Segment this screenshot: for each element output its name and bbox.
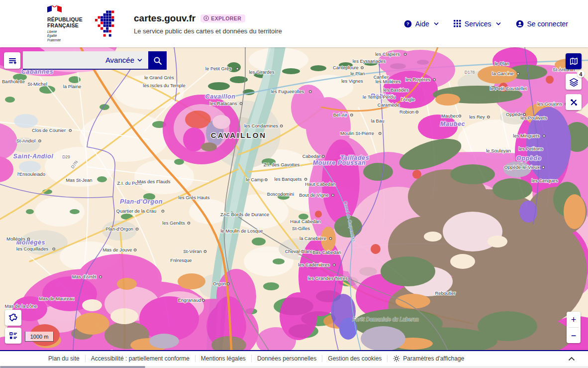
map-label: Saint-Andiol bbox=[13, 153, 54, 160]
map-label: Oppède bbox=[516, 155, 541, 162]
search-button[interactable] bbox=[148, 51, 167, 70]
zoom-control: + − bbox=[567, 312, 581, 343]
map-label: Oppède-le-Vieux bbox=[504, 164, 539, 170]
map-label: les Girardes bbox=[249, 69, 274, 75]
town-marker bbox=[53, 248, 55, 250]
town-marker bbox=[204, 250, 206, 252]
display-settings-button[interactable]: Paramètres d'affichage bbox=[393, 355, 464, 362]
footer-link[interactable]: Accessibilité : partiellement conforme bbox=[91, 355, 190, 362]
map-canvas[interactable]: CAVAILLONCabannesCavaillonSaint-AndiolPl… bbox=[0, 47, 588, 350]
site-header: RÉPUBLIQUE FRANÇAISE Liberté Égalité Fra… bbox=[0, 0, 588, 47]
republique-francaise-logo: RÉPUBLIQUE FRANÇAISE Liberté Égalité Fra… bbox=[47, 5, 86, 43]
map-label: le Plan bbox=[350, 71, 365, 76]
search-bar: Avancée bbox=[4, 51, 167, 70]
nav-aide[interactable]: ? Aide bbox=[404, 20, 439, 28]
map-label: les Fugueirolles bbox=[271, 89, 304, 94]
map-label: Clos de Counier bbox=[32, 127, 66, 133]
explorer-badge: EXPLORER bbox=[200, 14, 245, 22]
map-label: Plan-d'Orgon bbox=[120, 198, 163, 205]
footer-collapse-button[interactable] bbox=[568, 357, 575, 361]
footer: Plan du siteAccessibilité : partiellemen… bbox=[0, 350, 588, 366]
header-nav: ? Aide Services bbox=[404, 20, 568, 28]
town-marker bbox=[304, 178, 306, 180]
map-label: la Canebière bbox=[299, 236, 326, 241]
footer-link[interactable]: Gestion des cookies bbox=[328, 355, 382, 362]
map-label: la Garcine bbox=[492, 71, 513, 76]
search-icon bbox=[153, 56, 162, 65]
map-label: la Plaine bbox=[63, 84, 81, 89]
zoom-out-button[interactable]: − bbox=[567, 328, 581, 343]
map-label: Mas de Jouve bbox=[102, 247, 132, 252]
map-label: Plan-d'Orgon bbox=[105, 226, 133, 232]
map-label: D29 bbox=[62, 154, 70, 159]
town-marker bbox=[517, 73, 519, 75]
town-marker bbox=[542, 166, 544, 168]
town-marker bbox=[459, 115, 461, 117]
map-label: Z.I. des Gavottes bbox=[264, 162, 300, 167]
scale-bar: 1000 m bbox=[25, 332, 54, 342]
map-label: les Vignes bbox=[341, 78, 363, 84]
town-marker bbox=[99, 276, 101, 278]
map-label: Reboutier bbox=[435, 290, 455, 296]
map-label: Boscodomini bbox=[267, 191, 294, 197]
town-marker bbox=[69, 129, 71, 131]
map-label: les Petitons bbox=[518, 146, 543, 151]
legend-button[interactable] bbox=[5, 328, 21, 344]
sun-icon bbox=[393, 355, 400, 362]
nav-se-connecter[interactable]: Se connecter bbox=[516, 20, 569, 28]
footer-link[interactable]: Mentions légales bbox=[201, 355, 246, 362]
map-label: les Royères bbox=[405, 77, 430, 82]
map-label: le Grand Grès bbox=[144, 75, 174, 80]
map-label: Bartholette bbox=[2, 79, 25, 84]
tools-button[interactable] bbox=[566, 94, 582, 110]
town-marker bbox=[202, 299, 204, 301]
zoom-in-button[interactable]: + bbox=[567, 312, 581, 327]
chevron-up-icon bbox=[568, 357, 575, 361]
nav-services[interactable]: Services bbox=[454, 20, 501, 28]
map-label: les Goujons bbox=[537, 101, 562, 107]
map-label: le Camp bbox=[246, 177, 263, 182]
town-marker bbox=[361, 67, 363, 69]
scrollbar-thumb[interactable] bbox=[0, 366, 145, 368]
layers-button[interactable]: 4 bbox=[566, 74, 582, 90]
footer-separator bbox=[251, 355, 252, 362]
map-tool-column: 4 bbox=[566, 53, 582, 110]
site-title: cartes.gouv.fr bbox=[134, 13, 196, 24]
map-label: les Condamines bbox=[244, 123, 278, 128]
town-marker bbox=[188, 222, 190, 224]
account-icon bbox=[516, 20, 524, 28]
search-box: Avancée bbox=[23, 51, 167, 70]
map-label: Cheval-Blanc bbox=[285, 248, 313, 254]
map-label: Mas de la Lône bbox=[5, 303, 37, 309]
map-label: le Plan bbox=[494, 61, 509, 66]
town-marker bbox=[379, 132, 381, 134]
map-label: Mas St-Jean bbox=[66, 177, 92, 183]
menu-button[interactable] bbox=[4, 52, 20, 69]
chevron-down-icon bbox=[496, 22, 501, 25]
map-label: Caramède bbox=[378, 102, 399, 108]
basemap-button[interactable] bbox=[566, 53, 582, 69]
search-input[interactable] bbox=[23, 51, 102, 69]
horizontal-scrollbar[interactable] bbox=[0, 366, 588, 368]
legend-icon bbox=[9, 331, 18, 340]
map-label: St-Gilles bbox=[292, 226, 310, 231]
footer-link[interactable]: Données personnelles bbox=[257, 355, 316, 362]
chevron-down-icon bbox=[137, 58, 142, 62]
map-label: les Grandes Terres bbox=[308, 275, 348, 281]
town-marker bbox=[332, 194, 334, 196]
map-label: Haut Cabedan bbox=[305, 181, 335, 187]
town-marker bbox=[281, 125, 283, 127]
map-label: Maubec bbox=[440, 121, 465, 127]
map-label: les Cadenières bbox=[298, 262, 330, 267]
map-label: les Bastides bbox=[383, 87, 408, 93]
map-label: St-Michel bbox=[27, 81, 47, 87]
map-label: CAVAILLON bbox=[211, 131, 267, 139]
town-marker bbox=[416, 111, 418, 113]
advanced-search-button[interactable]: Avancée bbox=[102, 56, 148, 64]
map-label: Mollégès bbox=[6, 236, 25, 242]
map-label: les Grès Hauts bbox=[179, 195, 210, 200]
town-marker bbox=[543, 135, 545, 137]
france-extent-button[interactable] bbox=[5, 310, 21, 326]
footer-link[interactable]: Plan du site bbox=[48, 355, 80, 362]
map-label: les Banquets bbox=[275, 176, 302, 182]
